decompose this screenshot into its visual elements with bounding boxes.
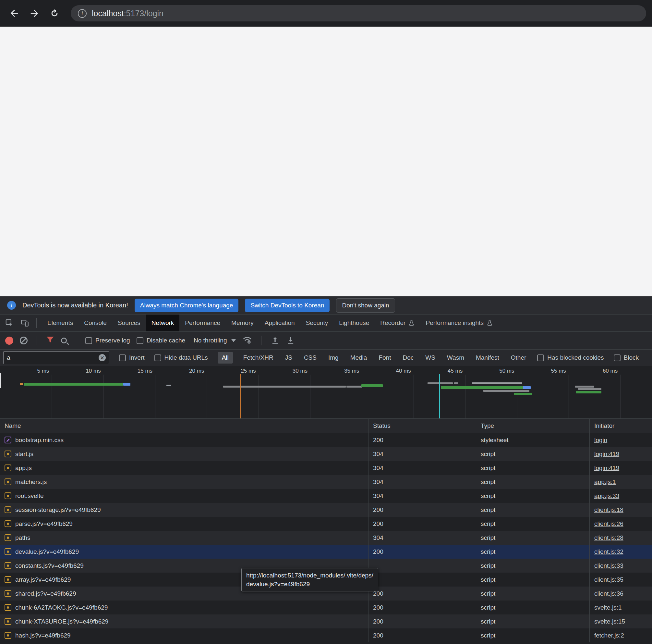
filter-type-fetch-xhr[interactable]: Fetch/XHR	[242, 352, 275, 364]
time-label: 60 ms	[572, 368, 618, 374]
initiator-link[interactable]: app.js:1	[594, 479, 616, 486]
initiator-link[interactable]: svelte.js:15	[594, 618, 625, 625]
script-icon	[4, 590, 11, 597]
initiator-link[interactable]: client.js:33	[594, 562, 623, 569]
device-toolbar-icon[interactable]	[18, 316, 32, 330]
tab-network[interactable]: Network	[146, 314, 180, 331]
disable-cache-checkbox[interactable]: Disable cache	[137, 337, 185, 344]
filter-type-other[interactable]: Other	[510, 352, 528, 364]
filter-type-doc[interactable]: Doc	[401, 352, 415, 364]
network-conditions-icon[interactable]	[242, 336, 252, 346]
tab-label: Performance	[185, 319, 220, 327]
filter-type-font[interactable]: Font	[377, 352, 392, 364]
time-label: 5 ms	[4, 368, 49, 374]
hide-data-urls-label: Hide data URLs	[164, 354, 208, 361]
export-har-icon[interactable]	[286, 334, 295, 347]
tab-security[interactable]: Security	[300, 314, 334, 331]
tab-console[interactable]: Console	[79, 314, 112, 331]
request-name: start.js	[15, 450, 33, 458]
table-row[interactable]: session-storage.js?v=e49fb629200scriptcl…	[0, 503, 652, 517]
table-row[interactable]: matchers.js304scriptapp.js:1	[0, 475, 652, 489]
table-row[interactable]: parse.js?v=e49fb629200scriptclient.js:26	[0, 517, 652, 531]
match-language-button[interactable]: Always match Chrome's language	[135, 299, 239, 312]
inspect-element-icon[interactable]	[3, 316, 16, 330]
tab-lighthouse[interactable]: Lighthouse	[333, 314, 375, 331]
initiator-link[interactable]: app.js:33	[594, 492, 619, 499]
tab-sources[interactable]: Sources	[112, 314, 146, 331]
table-row[interactable]: hash.js?v=e49fb629200scriptfetcher.js:2	[0, 628, 652, 642]
tab-elements[interactable]: Elements	[42, 314, 79, 331]
filter-type-img[interactable]: Img	[327, 352, 340, 364]
script-icon	[4, 632, 11, 639]
table-row[interactable]: start.js304scriptlogin:419	[0, 447, 652, 461]
table-row[interactable]: paths304scriptclient.js:28	[0, 531, 652, 545]
table-row[interactable]: app.js304scriptlogin:419	[0, 461, 652, 475]
search-icon[interactable]	[61, 338, 67, 343]
request-name: devalue.js?v=e49fb629	[15, 548, 79, 556]
devtools-panel: i DevTools is now available in Korean! A…	[0, 297, 652, 644]
initiator-cell: app.js:33	[590, 489, 652, 503]
filter-type-css[interactable]: CSS	[303, 352, 318, 364]
time-label: 30 ms	[262, 368, 307, 374]
column-header-initiator[interactable]: Initiator	[590, 419, 652, 433]
hide-data-urls-checkbox[interactable]: Hide data URLs	[155, 354, 208, 361]
divider	[36, 318, 37, 328]
initiator-link[interactable]: client.js:35	[594, 576, 623, 583]
table-row[interactable]: chunk-XTA3UROE.js?v=e49fb629200scriptsve…	[0, 615, 652, 628]
forward-icon[interactable]	[26, 5, 43, 22]
site-info-icon[interactable]: i	[78, 9, 87, 18]
table-row[interactable]: bootstrap.min.css200stylesheetlogin	[0, 433, 652, 447]
tab-recorder[interactable]: Recorder	[375, 314, 420, 331]
name-cell: hash.js?v=e49fb629	[0, 628, 369, 642]
name-cell: parse.js?v=e49fb629	[0, 517, 369, 531]
switch-korean-button[interactable]: Switch DevTools to Korean	[245, 299, 330, 312]
script-icon	[4, 520, 11, 527]
request-name: bootstrap.min.css	[15, 437, 63, 444]
initiator-link[interactable]: client.js:36	[594, 590, 623, 597]
filter-icon[interactable]	[46, 336, 54, 345]
address-bar[interactable]: i localhost:5173/login	[71, 5, 646, 21]
column-header-name[interactable]: Name	[0, 419, 369, 433]
filter-type-media[interactable]: Media	[349, 352, 369, 364]
initiator-cell: client.js:28	[590, 531, 652, 545]
table-row[interactable]: chunk-6A2TAOKG.js?v=e49fb629200scriptsve…	[0, 600, 652, 615]
initiator-link[interactable]: client.js:18	[594, 506, 623, 514]
dont-show-again-button[interactable]: Don't show again	[336, 298, 395, 313]
clear-filter-icon[interactable]: ✕	[99, 354, 106, 361]
invert-checkbox[interactable]: Invert	[119, 354, 145, 361]
tab-application[interactable]: Application	[259, 314, 300, 331]
table-row[interactable]: root.svelte304scriptapp.js:33	[0, 489, 652, 503]
preserve-log-checkbox[interactable]: Preserve log	[85, 337, 130, 344]
clear-icon[interactable]	[20, 337, 28, 344]
filter-type-js[interactable]: JS	[284, 352, 294, 364]
column-header-type[interactable]: Type	[476, 419, 590, 433]
reload-icon[interactable]	[46, 5, 63, 22]
initiator-link[interactable]: login:419	[594, 450, 619, 458]
tab-performance-insights[interactable]: Performance insights	[420, 314, 498, 331]
tab-memory[interactable]: Memory	[226, 314, 259, 331]
table-row[interactable]: devalue.js?v=e49fb629200scriptclient.js:…	[0, 545, 652, 559]
has-blocked-cookies-label: Has blocked cookies	[547, 354, 604, 361]
filter-type-manifest[interactable]: Manifest	[474, 352, 500, 364]
import-har-icon[interactable]	[271, 334, 280, 347]
filter-type-all[interactable]: All	[218, 352, 233, 364]
waterfall-overview[interactable]: 5 ms10 ms15 ms20 ms25 ms30 ms35 ms40 ms4…	[0, 366, 652, 419]
initiator-link[interactable]: login:419	[594, 464, 619, 472]
column-header-status[interactable]: Status	[369, 419, 476, 433]
initiator-link[interactable]: fetcher.js:2	[594, 632, 624, 639]
has-blocked-cookies-checkbox[interactable]: Has blocked cookies	[537, 354, 604, 361]
initiator-link[interactable]: client.js:28	[594, 534, 623, 541]
throttling-select[interactable]: No throttling	[194, 337, 236, 344]
back-icon[interactable]	[6, 5, 23, 22]
initiator-link[interactable]: client.js:32	[594, 548, 623, 556]
filter-input[interactable]	[7, 354, 96, 361]
record-icon[interactable]	[5, 337, 13, 345]
time-label: 45 ms	[417, 368, 463, 374]
initiator-link[interactable]: login	[594, 437, 607, 444]
filter-type-wasm[interactable]: Wasm	[446, 352, 465, 364]
initiator-link[interactable]: client.js:26	[594, 520, 623, 527]
initiator-link[interactable]: svelte.js:1	[594, 604, 622, 611]
filter-type-ws[interactable]: WS	[424, 352, 437, 364]
blocked-requests-checkbox[interactable]: Block	[614, 354, 639, 361]
tab-performance[interactable]: Performance	[180, 314, 226, 331]
